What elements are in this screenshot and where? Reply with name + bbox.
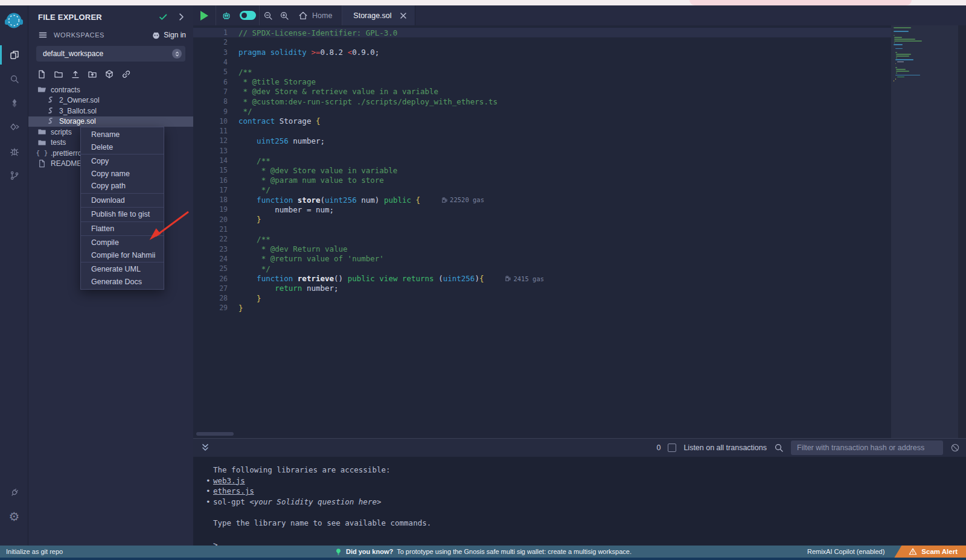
search-icon[interactable] bbox=[774, 443, 784, 453]
menu-item-generate-docs[interactable]: Generate Docs bbox=[81, 276, 164, 288]
code-line-4: 4 bbox=[193, 57, 966, 67]
listen-checkbox[interactable] bbox=[668, 444, 676, 452]
upload-file-icon[interactable] bbox=[71, 69, 80, 79]
menu-item-publish-file-to-gist[interactable]: Publish file to gist bbox=[81, 208, 164, 221]
status-bar-right: RemixAI Copilot (enabled) Scam Alert bbox=[807, 546, 966, 558]
status-bar: Initialize as git repo Did you know? To … bbox=[0, 546, 966, 558]
editor-scrollbar[interactable] bbox=[958, 25, 966, 438]
code-text: * @param num value to store bbox=[228, 176, 384, 185]
code-line-6: 6 * @title Storage bbox=[193, 77, 966, 86]
menu-divider bbox=[81, 235, 164, 236]
line-number: 5 bbox=[193, 68, 228, 76]
tree-item-label: README. bbox=[51, 159, 84, 168]
code-text: */ bbox=[228, 107, 252, 116]
menu-item-delete[interactable]: Delete bbox=[81, 141, 164, 154]
code-text: function retrieve() public view returns … bbox=[228, 274, 484, 283]
tab-home[interactable]: Home bbox=[292, 5, 342, 25]
settings-icon[interactable]: ⚙ bbox=[0, 504, 28, 529]
code-line-10: 10contract Storage { bbox=[193, 116, 966, 126]
zoom-in-button[interactable] bbox=[276, 5, 292, 25]
menu-item-copy[interactable]: Copy bbox=[81, 155, 164, 168]
tree-item-label: 2_Owner.sol bbox=[59, 96, 100, 104]
tree-item-storage-sol[interactable]: Storage.sol bbox=[28, 116, 193, 127]
lightbulb-icon bbox=[334, 548, 342, 556]
code-line-11: 11 bbox=[193, 126, 966, 136]
code-line-21: 21 bbox=[193, 224, 966, 234]
menu-item-copy-path[interactable]: Copy path bbox=[81, 180, 164, 192]
new-file-icon[interactable] bbox=[37, 69, 46, 79]
tree-item-label: .prettierrc bbox=[51, 149, 82, 158]
code-editor[interactable]: 1// SPDX-License-Identifier: GPL-3.023pr… bbox=[193, 25, 966, 438]
gas-estimate: 22520 gas bbox=[441, 196, 484, 203]
ipfs-cube-icon[interactable] bbox=[104, 69, 114, 79]
library-link-web3-js[interactable]: web3.js bbox=[213, 476, 245, 486]
zoom-out-button[interactable] bbox=[260, 5, 276, 25]
new-folder-icon[interactable] bbox=[54, 69, 63, 79]
terminal-output[interactable]: The following libraries are accessible:•… bbox=[193, 457, 966, 546]
tree-item-contracts[interactable]: contracts bbox=[28, 84, 193, 95]
code-text: // SPDX-License-Identifier: GPL-3.0 bbox=[228, 28, 397, 37]
chevron-right-icon[interactable] bbox=[176, 12, 186, 22]
plugin-manager-icon[interactable] bbox=[0, 480, 28, 504]
menu-item-copy-name[interactable]: Copy name bbox=[81, 168, 164, 180]
file-explorer-icon[interactable] bbox=[0, 43, 28, 67]
terminal-line: Type the library name to see available c… bbox=[206, 518, 966, 529]
code-line-20: 20 } bbox=[193, 215, 966, 224]
workspace-select[interactable]: default_workspace bbox=[36, 46, 185, 62]
code-line-3: 3pragma solidity >=0.8.2 <0.9.0; bbox=[193, 48, 966, 57]
search-icon[interactable] bbox=[0, 67, 28, 91]
remix-logo-icon[interactable] bbox=[2, 10, 25, 34]
editor-minimap[interactable] bbox=[891, 25, 958, 438]
menu-divider bbox=[81, 207, 164, 208]
line-number: 4 bbox=[193, 58, 228, 66]
folder-icon bbox=[37, 138, 46, 147]
menu-item-rename[interactable]: Rename bbox=[81, 129, 164, 141]
menu-item-flatten[interactable]: Flatten bbox=[81, 223, 164, 235]
code-line-23: 23 * @dev Return value bbox=[193, 244, 966, 254]
close-tab-icon[interactable] bbox=[398, 11, 408, 21]
workspace-sort-icon bbox=[172, 49, 182, 59]
run-script-button[interactable] bbox=[193, 5, 216, 25]
debugger-icon[interactable] bbox=[0, 139, 28, 164]
tree-item-2-owner-sol[interactable]: 2_Owner.sol bbox=[28, 95, 193, 106]
transaction-filter-input[interactable] bbox=[791, 441, 943, 455]
clear-block-icon[interactable] bbox=[950, 443, 960, 453]
code-line-16: 16 * @param num value to store bbox=[193, 175, 966, 185]
ai-copilot-button[interactable] bbox=[216, 5, 236, 25]
line-number: 8 bbox=[193, 97, 228, 106]
git-icon[interactable] bbox=[0, 164, 28, 188]
copilot-toggle[interactable] bbox=[236, 5, 259, 25]
menu-divider bbox=[81, 262, 164, 262]
editor-toolbar: Home Storage.sol bbox=[193, 5, 966, 25]
init-git-repo-button[interactable]: Initialize as git repo bbox=[0, 548, 63, 555]
line-number: 29 bbox=[193, 304, 228, 312]
tab-storage-label: Storage.sol bbox=[353, 11, 391, 20]
library-link-ethers-js[interactable]: ethers.js bbox=[213, 486, 254, 497]
menu-item-compile-for-nahmii[interactable]: Compile for Nahmii bbox=[81, 249, 164, 262]
scam-alert-button[interactable]: Scam Alert bbox=[894, 546, 966, 558]
collapse-terminal-icon[interactable] bbox=[200, 443, 210, 453]
deploy-run-icon[interactable] bbox=[0, 115, 28, 139]
sign-in-button[interactable]: Sign in bbox=[152, 31, 186, 40]
check-icon[interactable] bbox=[158, 12, 168, 22]
menu-item-generate-uml[interactable]: Generate UML bbox=[81, 263, 164, 276]
code-line-12: 12 uint256 number; bbox=[193, 136, 966, 145]
clone-link-icon[interactable] bbox=[121, 69, 131, 79]
tab-storage-sol[interactable]: Storage.sol bbox=[342, 5, 415, 25]
line-number: 28 bbox=[193, 294, 228, 302]
solidity-compiler-icon[interactable] bbox=[0, 91, 28, 115]
line-number: 7 bbox=[193, 88, 228, 96]
upload-folder-icon[interactable] bbox=[88, 69, 97, 79]
tree-item-3-ballot-sol[interactable]: 3_Ballot.sol bbox=[28, 106, 193, 116]
code-text: number = num; bbox=[228, 205, 334, 214]
horizontal-scrollbar[interactable] bbox=[196, 432, 234, 436]
line-number: 3 bbox=[193, 48, 228, 57]
menu-item-compile[interactable]: Compile bbox=[81, 237, 164, 249]
terminal-line bbox=[206, 507, 966, 518]
panel-title: FILE EXPLORER bbox=[38, 13, 158, 22]
menu-item-download[interactable]: Download bbox=[81, 194, 164, 207]
hamburger-menu-icon[interactable] bbox=[38, 30, 48, 40]
copilot-status[interactable]: RemixAI Copilot (enabled) bbox=[807, 548, 884, 555]
line-number: 17 bbox=[193, 186, 228, 194]
code-text: /** bbox=[228, 156, 270, 165]
